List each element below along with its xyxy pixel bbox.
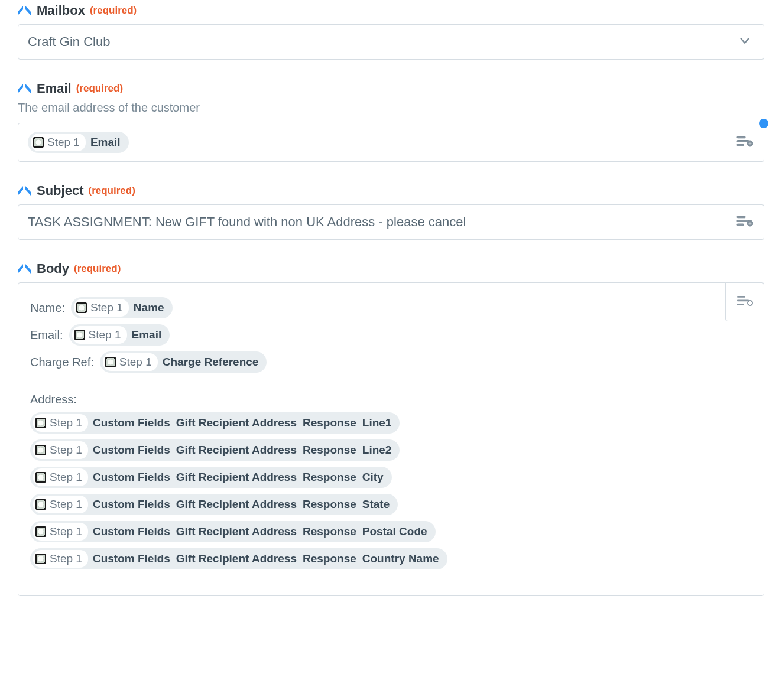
subject-value: TASK ASSIGNMENT: New GIFT found with non…	[28, 214, 466, 230]
email-section: Email (required) The email address of th…	[18, 81, 764, 162]
token-segment: Gift Recipient Address	[176, 496, 297, 513]
body-email-token[interactable]: Step 1Email	[69, 324, 170, 346]
token-segment: State	[362, 496, 390, 513]
step-icon	[35, 472, 46, 483]
step-icon	[33, 137, 44, 148]
token-segment: Charge Reference	[163, 354, 259, 370]
token-segment: Custom Fields	[93, 496, 170, 513]
insert-data-icon	[736, 294, 753, 310]
token-segment: Gift Recipient Address	[176, 523, 297, 540]
subject-section: Subject (required) TASK ASSIGNMENT: New …	[18, 183, 764, 240]
token-segment: Response	[303, 551, 356, 567]
token-segment: Line2	[362, 442, 392, 458]
token-segment: Postal Code	[362, 523, 427, 540]
token-segment: Custom Fields	[93, 469, 170, 486]
step-icon	[35, 418, 46, 428]
token-segment: Line1	[362, 415, 392, 431]
svg-rect-17	[748, 302, 752, 304]
token-segment: Response	[303, 469, 356, 486]
insert-data-icon	[736, 135, 753, 151]
step-icon	[74, 330, 85, 340]
svg-rect-5	[748, 143, 752, 144]
svg-rect-0	[737, 136, 745, 138]
helpscout-icon	[18, 4, 31, 18]
body-address-token[interactable]: Step 1Custom FieldsGift Recipient Addres…	[30, 494, 398, 515]
token-segment: Custom Fields	[93, 523, 170, 540]
body-insert-data-button[interactable]	[725, 282, 764, 321]
mailbox-select[interactable]: Craft Gin Club	[18, 24, 725, 60]
body-address-token[interactable]: Step 1Custom FieldsGift Recipient Addres…	[30, 412, 400, 434]
token-segment: Response	[303, 415, 356, 431]
email-required: (required)	[76, 83, 123, 95]
helpscout-icon	[18, 184, 31, 198]
step-icon	[35, 445, 46, 455]
body-address-token[interactable]: Step 1Custom FieldsGift Recipient Addres…	[30, 439, 400, 461]
svg-rect-1	[737, 140, 749, 142]
mailbox-title: Mailbox	[37, 3, 85, 18]
body-name-token[interactable]: Step 1Name	[71, 297, 173, 318]
token-segment: Gift Recipient Address	[176, 469, 297, 486]
step-label: Step 1	[50, 469, 82, 486]
body-email-label: Email:	[30, 328, 63, 342]
token-segment: Custom Fields	[93, 442, 170, 458]
svg-rect-6	[737, 216, 745, 218]
notification-dot	[759, 119, 768, 128]
subject-insert-data-button[interactable]	[725, 204, 764, 240]
step-icon	[76, 302, 87, 313]
svg-rect-13	[737, 299, 749, 301]
subject-title: Subject	[37, 183, 83, 198]
step-icon	[35, 554, 46, 564]
token-segment: Custom Fields	[93, 415, 170, 431]
step-icon	[35, 526, 46, 537]
mailbox-section: Mailbox (required) Craft Gin Club	[18, 3, 764, 60]
step-label: Step 1	[50, 442, 82, 458]
body-address-label: Address:	[30, 393, 77, 406]
token-segment: Name	[134, 299, 164, 316]
svg-rect-12	[737, 296, 745, 298]
email-input[interactable]: Step 1Email	[18, 123, 725, 162]
step-label: Step 1	[50, 523, 82, 540]
mailbox-value: Craft Gin Club	[28, 34, 110, 50]
subject-input[interactable]: TASK ASSIGNMENT: New GIFT found with non…	[18, 204, 725, 240]
insert-data-icon	[736, 214, 753, 230]
step-label: Step 1	[50, 496, 82, 513]
step-label: Step 1	[50, 551, 82, 567]
body-required: (required)	[74, 263, 121, 275]
svg-rect-11	[748, 223, 752, 224]
body-charge-token[interactable]: Step 1Charge Reference	[100, 351, 267, 373]
helpscout-icon	[18, 82, 31, 96]
mailbox-required: (required)	[90, 5, 137, 17]
svg-rect-2	[737, 144, 744, 146]
body-address-token[interactable]: Step 1Custom FieldsGift Recipient Addres…	[30, 467, 392, 488]
email-label-row: Email (required)	[18, 81, 764, 96]
step-icon	[105, 357, 116, 367]
email-help: The email address of the customer	[18, 101, 764, 115]
body-label-row: Body (required)	[18, 261, 764, 276]
body-charge-label: Charge Ref:	[30, 356, 94, 369]
step-label: Step 1	[50, 415, 82, 431]
body-title: Body	[37, 261, 69, 276]
email-insert-data-button[interactable]	[725, 123, 764, 162]
body-address-token[interactable]: Step 1Custom FieldsGift Recipient Addres…	[30, 548, 447, 569]
token-segment: Country Name	[362, 551, 439, 567]
token-segment: Gift Recipient Address	[176, 551, 297, 567]
email-token[interactable]: Step 1Email	[28, 132, 129, 153]
token-segment: Gift Recipient Address	[176, 415, 297, 431]
svg-rect-14	[737, 304, 744, 305]
svg-rect-7	[737, 220, 749, 222]
subject-label-row: Subject (required)	[18, 183, 764, 198]
token-segment: City	[362, 469, 384, 486]
helpscout-icon	[18, 262, 31, 276]
body-editor[interactable]: Name: Step 1Name Email: Step 1Email Char…	[18, 282, 764, 596]
token-segment: Response	[303, 496, 356, 513]
chevron-down-icon	[738, 34, 751, 50]
step-label: Step 1	[47, 134, 80, 151]
step-label: Step 1	[119, 354, 152, 370]
token-segment: Response	[303, 442, 356, 458]
mailbox-label-row: Mailbox (required)	[18, 3, 764, 18]
body-address-token[interactable]: Step 1Custom FieldsGift Recipient Addres…	[30, 521, 436, 542]
step-icon	[35, 499, 46, 510]
mailbox-dropdown-button[interactable]	[725, 24, 764, 60]
svg-rect-8	[737, 224, 744, 226]
token-segment: Email	[132, 327, 162, 343]
